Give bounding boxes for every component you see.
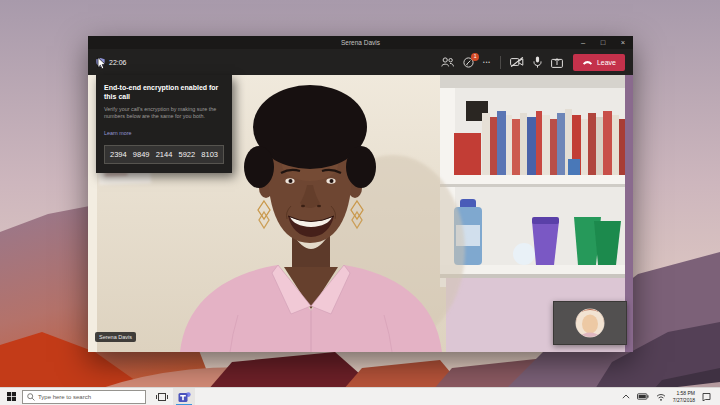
teams-app-icon [178,391,191,403]
encryption-code: 2394 9849 2144 5922 8103 [104,145,224,164]
share-screen-button[interactable] [551,57,563,68]
chat-button[interactable]: 1 [463,57,474,68]
search-placeholder-text: Type here to search [38,394,91,400]
system-tray: 1:58 PM 7/27/2018 [622,390,720,403]
hang-up-icon [582,59,593,65]
mouse-cursor [97,57,106,70]
code-group: 9849 [133,150,150,159]
chat-notification-badge: 1 [471,53,479,61]
close-button[interactable]: × [613,36,633,49]
teams-call-window: Serena Davis – □ × 22:06 [88,36,633,352]
encryption-panel: End-to-end encryption enabled for this c… [96,75,232,173]
clock-time: 1:58 PM [673,390,695,397]
task-view-icon [156,392,168,402]
participant-name-tag: Serena Davis [95,332,136,342]
window-controls: – □ × [573,36,633,49]
camera-toggle-button[interactable] [510,57,524,67]
action-center-icon[interactable] [702,392,711,401]
call-toolbar: 22:06 1 ••• [88,49,633,75]
code-group: 2394 [110,150,127,159]
learn-more-link[interactable]: Learn more [104,130,132,136]
clock-date: 7/27/2018 [673,397,695,404]
windows-logo-icon [7,392,16,401]
leave-call-button[interactable]: Leave [573,54,625,71]
more-options-button[interactable]: ••• [483,60,491,65]
leave-label: Leave [597,59,616,66]
network-icon[interactable] [656,393,666,401]
taskbar-clock[interactable]: 1:58 PM 7/27/2018 [673,390,695,403]
code-group: 8103 [201,150,218,159]
windows-taskbar: Type here to search [0,387,720,405]
tray-chevron-icon[interactable] [622,394,630,399]
call-actions: 1 ••• [432,54,625,71]
window-title: Serena Davis [88,39,633,46]
maximize-button[interactable]: □ [593,36,613,49]
toolbar-divider [500,56,501,69]
call-timer: 22:06 [109,59,127,66]
taskbar-search-input[interactable]: Type here to search [22,390,146,404]
code-group: 2144 [156,150,173,159]
minimize-button[interactable]: – [573,36,593,49]
self-view-avatar [554,302,626,344]
window-titlebar: Serena Davis – □ × [88,36,633,49]
taskbar-teams-button[interactable] [173,388,195,405]
share-icon [551,57,563,68]
desktop: Serena Davis – □ × 22:06 [0,0,720,405]
encryption-panel-title: End-to-end encryption enabled for this c… [104,83,224,102]
task-view-button[interactable] [151,388,173,405]
people-icon [441,57,454,67]
start-button[interactable] [0,388,22,405]
participants-button[interactable] [441,57,454,67]
camera-off-icon [510,57,524,67]
code-group: 5922 [178,150,195,159]
mic-button[interactable] [533,56,542,68]
mic-icon [533,56,542,68]
encryption-panel-body: Verify your call's encryption by making … [104,106,224,121]
battery-icon[interactable] [637,393,649,400]
search-icon [27,393,35,401]
self-view-pip[interactable] [553,301,627,345]
